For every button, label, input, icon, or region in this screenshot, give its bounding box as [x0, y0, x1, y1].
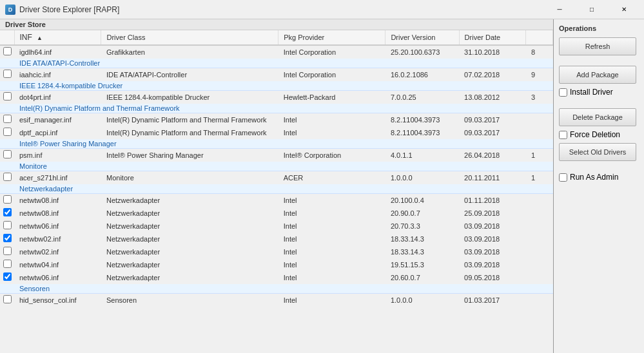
category-label: Intel® Power Sharing Manager — [14, 139, 526, 149]
row-provider: Intel — [278, 194, 385, 207]
maximize-button[interactable]: □ — [577, 3, 607, 16]
row-version: 19.51.15.3 — [385, 258, 459, 271]
row-checkbox[interactable] — [3, 115, 12, 123]
row-extra — [526, 294, 553, 307]
row-checkbox-cell[interactable] — [0, 149, 14, 162]
row-checkbox-cell[interactable] — [0, 220, 14, 233]
row-provider: Intel — [278, 294, 385, 307]
table-row[interactable]: netwtw06.inf Netzwerkadapter Intel 20.60… — [0, 271, 553, 284]
table-row[interactable]: acer_s271hl.inf Monitore ACER 1.0.0.0 20… — [0, 171, 553, 184]
row-provider: ACER — [278, 171, 385, 184]
run-as-admin-checkbox[interactable] — [559, 173, 567, 182]
table-row[interactable]: netwbw02.inf Netzwerkadapter Intel 18.33… — [0, 233, 553, 245]
row-checkbox-cell[interactable] — [0, 126, 14, 139]
row-checkbox-cell[interactable] — [0, 207, 14, 220]
row-checkbox-cell[interactable] — [0, 258, 14, 271]
add-package-button[interactable]: Add Package — [559, 66, 636, 84]
row-checkbox[interactable] — [3, 208, 12, 216]
row-checkbox-cell[interactable] — [0, 294, 14, 307]
row-date: 20.11.2011 — [459, 171, 526, 184]
close-button[interactable]: ✕ — [609, 3, 639, 16]
table-row[interactable]: dot4prt.inf IEEE 1284.4-kompatible Druck… — [0, 91, 553, 104]
category-extra — [526, 104, 553, 113]
category-extra — [526, 59, 553, 68]
row-checkbox-cell[interactable] — [0, 45, 14, 59]
col-header-version[interactable]: Driver Version — [385, 30, 459, 45]
minimize-button[interactable]: ─ — [545, 3, 574, 16]
row-checkbox-cell[interactable] — [0, 113, 14, 126]
window-controls[interactable]: ─ □ ✕ — [545, 3, 639, 16]
category-row: IDE ATA/ATAPI-Controller — [0, 59, 553, 68]
col-header-inf[interactable]: INF ▲ — [14, 30, 101, 45]
table-row[interactable]: igdlh64.inf Grafikkarten Intel Corporati… — [0, 45, 553, 59]
force-deletion-checkbox[interactable] — [559, 131, 567, 139]
refresh-button[interactable]: Refresh — [559, 37, 636, 55]
row-provider: Intel — [278, 258, 385, 271]
table-row[interactable]: netwtw02.inf Netzwerkadapter Intel 18.33… — [0, 245, 553, 258]
row-checkbox-cell[interactable] — [0, 171, 14, 184]
category-label: Intel(R) Dynamic Platform and Thermal Fr… — [14, 104, 526, 113]
row-version: 20.90.0.7 — [385, 207, 459, 220]
row-provider: Intel — [278, 113, 385, 126]
row-checkbox-cell[interactable] — [0, 194, 14, 207]
category-checkbox-cell — [0, 59, 14, 68]
row-checkbox[interactable] — [3, 295, 12, 303]
row-checkbox[interactable] — [3, 128, 12, 136]
table-row[interactable]: esif_manager.inf Intel(R) Dynamic Platfo… — [0, 113, 553, 126]
row-checkbox[interactable] — [3, 260, 12, 268]
row-date: 03.09.2018 — [459, 245, 526, 258]
force-deletion-label[interactable]: Force Deletion — [570, 130, 620, 139]
row-checkbox[interactable] — [3, 70, 12, 78]
install-driver-label[interactable]: Install Driver — [570, 88, 613, 97]
title-bar-left: D Driver Store Explorer [RAPR] — [5, 5, 119, 15]
table-row[interactable]: netwtw08.inf Netzwerkadapter Intel 20.10… — [0, 194, 553, 207]
row-inf: netwbw02.inf — [14, 233, 101, 245]
row-date: 03.09.2018 — [459, 233, 526, 245]
row-version: 20.100.0.4 — [385, 194, 459, 207]
select-old-drivers-button[interactable]: Select Old Drivers — [559, 143, 636, 161]
row-inf: netwtw06.inf — [14, 271, 101, 284]
row-inf: netwtw06.inf — [14, 220, 101, 233]
row-checkbox[interactable] — [3, 195, 12, 204]
table-row[interactable]: iaahcic.inf IDE ATA/ATAPI-Controller Int… — [0, 68, 553, 81]
row-inf: netwtw08.inf — [14, 207, 101, 220]
install-driver-row: Install Driver — [559, 88, 639, 97]
row-checkbox[interactable] — [3, 150, 12, 158]
row-inf: netwtw08.inf — [14, 194, 101, 207]
table-row[interactable]: netwtw04.inf Netzwerkadapter Intel 19.51… — [0, 258, 553, 271]
row-date: 07.02.2018 — [459, 68, 526, 81]
delete-package-button[interactable]: Delete Package — [559, 108, 636, 126]
separator-3 — [559, 164, 639, 169]
run-as-admin-label[interactable]: Run As Admin — [570, 173, 618, 182]
table-row[interactable]: netwtw08.inf Netzwerkadapter Intel 20.90… — [0, 207, 553, 220]
row-checkbox-cell[interactable] — [0, 68, 14, 81]
row-checkbox[interactable] — [3, 234, 12, 242]
category-checkbox-cell — [0, 104, 14, 113]
table-row[interactable]: psm.inf Intel® Power Sharing Manager Int… — [0, 149, 553, 162]
table-row[interactable]: dptf_acpi.inf Intel(R) Dynamic Platform … — [0, 126, 553, 139]
title-bar: D Driver Store Explorer [RAPR] ─ □ ✕ — [0, 0, 644, 19]
table-row[interactable]: hid_sensor_col.inf Sensoren Intel 1.0.0.… — [0, 294, 553, 307]
col-header-class[interactable]: Driver Class — [101, 30, 278, 45]
row-checkbox[interactable] — [3, 92, 12, 100]
row-checkbox[interactable] — [3, 173, 12, 181]
row-checkbox-cell[interactable] — [0, 91, 14, 104]
row-checkbox[interactable] — [3, 272, 12, 281]
col-header-provider[interactable]: Pkg Provider — [278, 30, 385, 45]
col-header-date[interactable]: Driver Date — [459, 30, 526, 45]
row-inf: esif_manager.inf — [14, 113, 101, 126]
row-checkbox[interactable] — [3, 247, 12, 255]
operations-title: Operations — [559, 24, 639, 32]
driver-table-wrapper[interactable]: INF ▲ Driver Class Pkg Provider Driver V… — [0, 30, 553, 353]
table-row[interactable]: netwtw06.inf Netzwerkadapter Intel 20.70… — [0, 220, 553, 233]
row-checkbox-cell[interactable] — [0, 245, 14, 258]
row-checkbox-cell[interactable] — [0, 233, 14, 245]
category-checkbox-cell — [0, 139, 14, 149]
row-version: 4.0.1.1 — [385, 149, 459, 162]
row-checkbox[interactable] — [3, 221, 12, 229]
row-checkbox[interactable] — [3, 47, 12, 55]
row-provider: Intel — [278, 207, 385, 220]
install-driver-checkbox[interactable] — [559, 88, 567, 97]
row-checkbox-cell[interactable] — [0, 271, 14, 284]
row-version: 16.0.2.1086 — [385, 68, 459, 81]
